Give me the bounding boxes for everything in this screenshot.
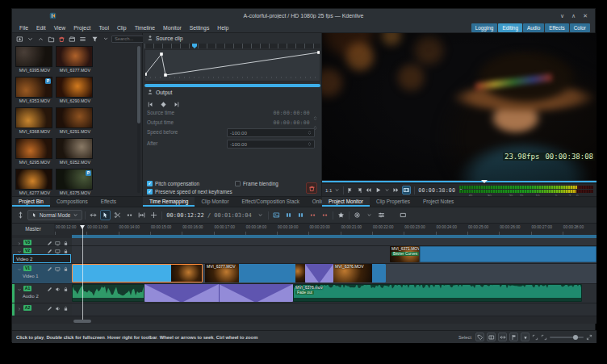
track-lane-a2[interactable] — [72, 303, 597, 316]
flag-button[interactable] — [509, 333, 518, 341]
bin-clip[interactable]: MVI_6395.MOV — [15, 46, 54, 74]
menu-button[interactable] — [78, 35, 87, 44]
mute-track-button[interactable] — [55, 281, 61, 295]
slip-button[interactable] — [498, 333, 507, 341]
timeline-clip[interactable]: MVI_6371.MOVBézier Curves — [390, 246, 419, 262]
razor-tool-button[interactable] — [112, 210, 123, 220]
keyframe-graph[interactable] — [144, 49, 320, 82]
chevron-down-icon[interactable] — [17, 281, 22, 295]
remap-ruler[interactable] — [144, 44, 320, 48]
chevron-down-button[interactable] — [26, 35, 35, 44]
workspace-logging[interactable]: Logging — [471, 23, 498, 32]
tab-effects[interactable]: Effects — [94, 197, 123, 207]
slip-tool-button[interactable] — [88, 210, 98, 220]
tab-clip-properties[interactable]: Clip Properties — [370, 197, 417, 207]
titlebar[interactable]: A-colorful-project / HD 1080p 25 fps — K… — [12, 9, 595, 23]
track-tag-a1[interactable]: A1 — [23, 286, 31, 291]
bin-clip[interactable]: PMVI_6375.MOV — [56, 169, 94, 196]
minimize-button[interactable]: ∨ — [560, 9, 564, 23]
rewind-button[interactable] — [365, 186, 372, 194]
zoom-slider-knob[interactable] — [573, 335, 578, 340]
delete-button[interactable] — [57, 35, 66, 44]
checkbox-pitch-compensation[interactable]: ✓Pitch compensation — [147, 181, 199, 186]
track-height-button[interactable] — [15, 210, 26, 220]
checkbox-box[interactable]: ✓ — [147, 181, 153, 186]
mix-transition[interactable] — [305, 264, 333, 282]
create-folder-button[interactable] — [47, 35, 56, 44]
workspace-audio[interactable]: Audio — [523, 23, 544, 32]
bin-clip[interactable]: MVI_6368.MOV — [15, 107, 54, 136]
tab-project-notes[interactable]: Project Notes — [417, 197, 460, 207]
track-edit-button[interactable] — [47, 281, 52, 295]
menu-clip[interactable]: Clip — [113, 23, 131, 33]
bin-clip[interactable]: PMVI_6353.MOV — [15, 77, 54, 105]
extract-zone-button[interactable] — [308, 210, 318, 220]
tab-time-remapping[interactable]: Time Remapping — [143, 197, 195, 207]
chevron-up-button[interactable] — [36, 35, 45, 44]
track-tag-a2[interactable]: A2 — [23, 305, 31, 311]
tab-compositions[interactable]: Compositions — [50, 197, 94, 207]
show-thumbnails-button[interactable] — [398, 210, 408, 220]
hide-track-button[interactable] — [55, 261, 61, 275]
field-input[interactable]: -100.00 — [227, 128, 315, 137]
video-preview[interactable]: 23.98fps 00:00:38:08 — [322, 33, 597, 180]
menu-tool[interactable]: Tool — [94, 23, 112, 33]
lock-track-button[interactable] — [63, 281, 69, 295]
timeline-zoom-slider[interactable] — [550, 337, 584, 338]
slip-clip-button[interactable] — [124, 210, 135, 220]
menu-settings[interactable]: Settings — [186, 23, 214, 33]
clip-properties-button[interactable] — [68, 35, 77, 44]
monitor-zoom-button[interactable]: 1:1 — [325, 188, 332, 193]
tab-project-bin[interactable]: Project Bin — [12, 197, 50, 207]
field-input[interactable]: -100.00 — [227, 140, 315, 149]
delete-keyframe-button[interactable] — [306, 182, 317, 194]
workspace-color[interactable]: Color — [570, 23, 590, 32]
close-button[interactable]: ✕ — [583, 9, 588, 23]
checkbox-box[interactable]: ✓ — [147, 189, 153, 195]
menu-project[interactable]: Project — [69, 23, 94, 33]
timeline-clip[interactable]: MVI_6377.MOV — [205, 264, 305, 282]
track-tag-v1[interactable]: V1 — [23, 266, 31, 271]
spacer-tool-button[interactable] — [136, 210, 147, 220]
play-button[interactable] — [375, 186, 382, 194]
spinner[interactable] — [307, 141, 312, 149]
track-tag-v2[interactable]: V2 — [23, 248, 31, 253]
lock-track-button[interactable] — [63, 300, 69, 315]
menu-help[interactable]: Help — [213, 23, 232, 33]
tab-clip-monitor[interactable]: Clip Monitor — [195, 197, 235, 207]
overwrite-zone-button[interactable] — [295, 210, 306, 220]
timeline-clip[interactable]: MVI_6376.MOV — [333, 264, 386, 282]
play-chevron-button[interactable] — [384, 187, 390, 193]
zone-out-button[interactable] — [356, 187, 362, 194]
multicam-tool-button[interactable] — [149, 210, 159, 220]
select-tool-button[interactable] — [100, 210, 111, 220]
menu-file[interactable]: File — [15, 23, 32, 33]
bin-clip[interactable]: MVI_6295.MOV — [15, 138, 54, 166]
menu-monitor[interactable]: Monitor — [159, 23, 186, 33]
maximize-button[interactable]: ∧ — [571, 9, 576, 23]
timecode-chevron-button[interactable] — [255, 210, 266, 220]
mixed-insert-button[interactable] — [271, 210, 282, 220]
track-edit-button[interactable] — [47, 300, 52, 315]
audio-mixer-button[interactable] — [376, 210, 387, 220]
workspace-effects[interactable]: Effects — [545, 23, 568, 32]
bin-clip[interactable]: MVI_6277.MOV — [15, 169, 54, 196]
zoom-corner-button-1[interactable] — [541, 334, 547, 341]
zoom-corner-button-0[interactable] — [532, 334, 538, 341]
track-lane-v2[interactable]: MVI_6371.MOVBézier Curves — [72, 246, 597, 264]
bin-clip[interactable]: MVI_6290.MOV — [56, 77, 94, 105]
track-lane-v1[interactable]: MVI_6377.MOVMVI_6376.MOV — [72, 264, 597, 284]
track-lane-v3[interactable] — [72, 238, 597, 246]
tab-effect-composition-stack[interactable]: Effect/Composition Stack — [236, 197, 306, 207]
timeline-ruler[interactable]: 00:00:12:0000:00:13:0000:00:14:0000:00:1… — [55, 224, 597, 235]
checkbox-box[interactable] — [235, 181, 241, 186]
track-edit-button[interactable] — [47, 261, 52, 275]
zone-in-button[interactable] — [347, 187, 354, 194]
timeline-clip[interactable] — [420, 246, 597, 262]
menu-edit[interactable]: Edit — [32, 23, 50, 33]
mix-transition[interactable] — [144, 284, 293, 302]
bin-scrollbar[interactable] — [137, 46, 140, 193]
zoom-chevron-button[interactable] — [334, 187, 340, 193]
spinner[interactable] — [307, 130, 312, 138]
master-track-button[interactable]: Master — [12, 224, 54, 235]
